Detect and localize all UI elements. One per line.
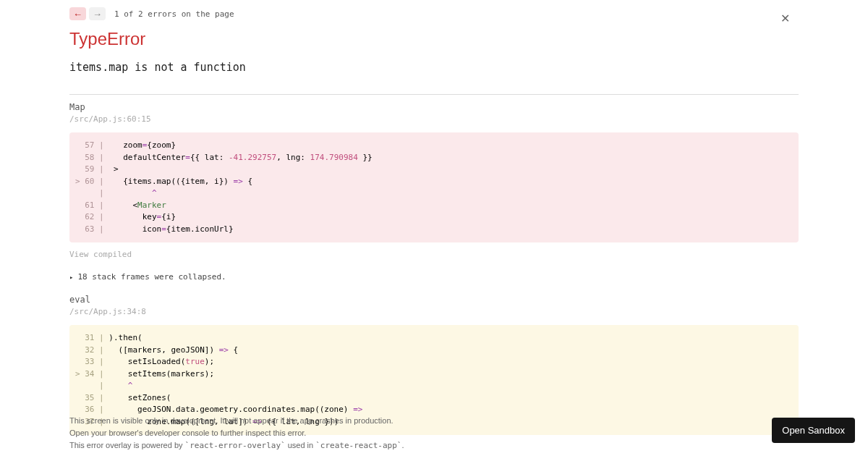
open-sandbox-button[interactable]: Open Sandbox xyxy=(772,418,855,443)
error-nav: ← → 1 of 2 errors on the page xyxy=(69,7,799,20)
error-counter: 1 of 2 errors on the page xyxy=(114,9,234,19)
close-button[interactable]: ✕ xyxy=(780,13,790,25)
prev-error-button[interactable]: ← xyxy=(69,7,86,20)
next-error-button[interactable]: → xyxy=(89,7,106,20)
error-message: items.map is not a function xyxy=(69,61,799,74)
error-type: TypeError xyxy=(69,29,799,49)
code-block-1: 57 | zoom={zoom} 58 | defaultCenter={{ l… xyxy=(69,132,799,242)
frame1-location: /src/App.js:60:15 xyxy=(69,114,799,124)
footer-notice: This screen is visible only in developme… xyxy=(69,415,799,452)
divider xyxy=(69,94,799,95)
frame1-name: Map xyxy=(69,102,799,112)
collapsed-frames-toggle[interactable]: 18 stack frames were collapsed. xyxy=(69,272,799,282)
view-compiled-link[interactable]: View compiled xyxy=(69,250,799,259)
frame2-location: /src/App.js:34:8 xyxy=(69,307,799,316)
frame2-name: eval xyxy=(69,295,799,305)
